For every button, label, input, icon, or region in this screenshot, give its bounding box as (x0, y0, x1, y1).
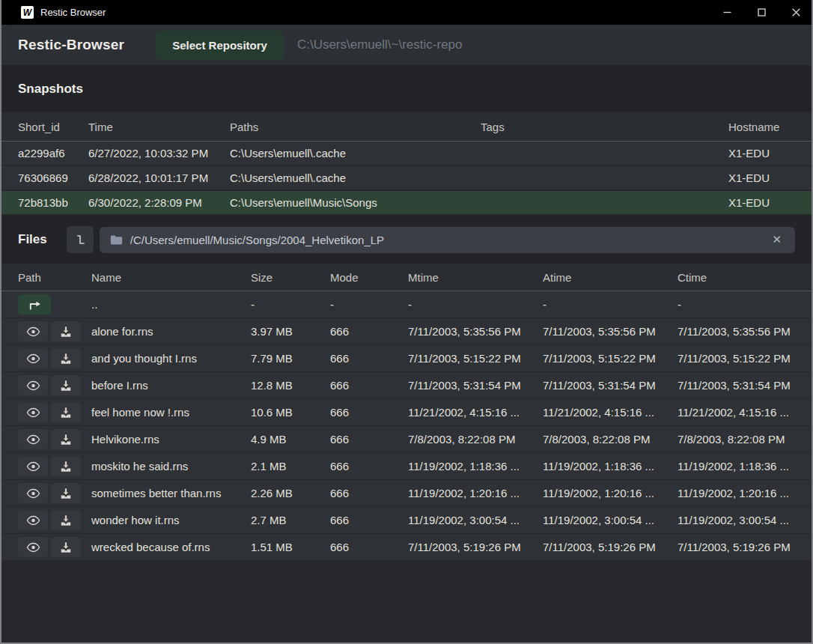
maximize-icon (758, 8, 766, 16)
download-file-button[interactable] (51, 537, 81, 557)
snapshot-hostname: X1-EDU (728, 147, 794, 160)
snapshot-hostname: X1-EDU (728, 196, 794, 209)
col-name: Name (91, 271, 251, 284)
col-mtime: Mtime (408, 271, 543, 284)
file-name: feel home now !.rns (91, 406, 251, 419)
file-row: alone for.rns3.97 MB6667/11/2003, 5:35:5… (1, 318, 812, 345)
file-atime: 7/11/2003, 5:35:56 PM (543, 325, 678, 338)
snapshots-title: Snapshots (18, 82, 83, 97)
download-file-button[interactable] (51, 456, 81, 476)
window-controls (710, 0, 813, 25)
file-row-actions (18, 375, 91, 395)
file-mtime: - (408, 298, 543, 311)
breadcrumb-close-button[interactable]: ✕ (769, 231, 785, 248)
file-size: 1.51 MB (251, 541, 330, 553)
folder-icon (110, 234, 123, 246)
file-mode: 666 (330, 406, 408, 419)
col-mode: Mode (330, 271, 408, 284)
download-file-button[interactable] (51, 402, 81, 422)
file-row: and you thought I.rns7.79 MB6667/11/2003… (1, 345, 812, 372)
file-mtime: 11/19/2002, 3:00:54 ... (408, 514, 543, 526)
snapshot-time: 6/28/2022, 10:01:17 PM (88, 171, 230, 184)
file-mode: 666 (330, 460, 408, 473)
file-mode: - (330, 298, 408, 311)
view-file-button[interactable] (18, 348, 48, 368)
snapshot-time: 6/30/2022, 2:28:09 PM (88, 196, 230, 209)
file-size: 4.9 MB (251, 433, 330, 446)
app-window: W Restic Browser Restic-Browser Select R… (0, 0, 813, 644)
eye-icon (26, 488, 40, 499)
file-atime: 7/11/2003, 5:19:26 PM (543, 541, 678, 553)
view-file-button[interactable] (18, 456, 48, 476)
file-name: wrecked because of.rns (91, 541, 251, 553)
download-icon (60, 407, 72, 419)
app-header: Restic-Browser Select Repository C:\User… (1, 25, 812, 65)
file-mtime: 7/8/2003, 8:22:08 PM (408, 433, 543, 446)
close-icon (792, 8, 800, 16)
download-file-button[interactable] (51, 348, 81, 368)
download-file-button[interactable] (51, 375, 81, 395)
tree-view-icon (73, 233, 87, 246)
file-ctime: 11/19/2002, 3:00:54 ... (678, 514, 794, 526)
snapshots-band: Snapshots (1, 65, 812, 112)
download-icon (60, 326, 72, 338)
file-ctime: 7/11/2003, 5:15:22 PM (678, 352, 794, 365)
titlebar: W Restic Browser (0, 0, 813, 25)
snapshot-row[interactable]: a2299af66/27/2022, 10:03:32 PMC:\Users\e… (1, 142, 812, 166)
file-size: 10.6 MB (251, 406, 330, 419)
view-file-button[interactable] (18, 402, 48, 422)
file-row-actions (18, 429, 91, 449)
eye-icon (26, 380, 40, 391)
download-icon (60, 487, 72, 499)
file-row-actions (18, 402, 91, 422)
download-icon (60, 461, 72, 473)
file-mode: 666 (330, 487, 408, 499)
file-atime: 11/21/2002, 4:15:16 ... (543, 406, 678, 419)
view-file-button[interactable] (18, 537, 48, 557)
select-repository-button[interactable]: Select Repository (156, 31, 284, 60)
file-row: Helvikone.rns4.9 MB6667/8/2003, 8:22:08 … (1, 426, 812, 453)
view-file-button[interactable] (18, 375, 48, 395)
file-size: 2.7 MB (251, 514, 330, 526)
file-atime: 11/19/2002, 3:00:54 ... (543, 514, 678, 526)
download-file-button[interactable] (51, 510, 81, 530)
col-ctime: Ctime (678, 271, 794, 284)
app-title: Restic-Browser (18, 37, 124, 53)
snapshot-row[interactable]: 72b813bb6/30/2022, 2:28:09 PMC:\Users\em… (1, 191, 812, 216)
file-mtime: 11/19/2002, 1:18:36 ... (408, 460, 543, 473)
go-up-directory-button[interactable] (18, 294, 51, 315)
repository-path: C:\Users\emuell\~\restic-repo (297, 37, 463, 52)
close-button[interactable] (779, 0, 813, 25)
file-row-actions (18, 294, 91, 315)
file-atime: 11/19/2002, 1:20:16 ... (543, 487, 678, 499)
col-path: Path (18, 271, 91, 284)
file-size: 2.1 MB (251, 460, 330, 473)
file-row-actions (18, 537, 91, 557)
file-ctime: 7/11/2003, 5:31:54 PM (678, 379, 794, 392)
view-file-button[interactable] (18, 321, 48, 341)
tree-view-toggle-button[interactable] (67, 226, 94, 253)
download-file-button[interactable] (51, 429, 81, 449)
file-atime: - (543, 298, 678, 311)
file-row-actions (18, 321, 91, 341)
view-file-button[interactable] (18, 429, 48, 449)
download-file-button[interactable] (51, 483, 81, 503)
snapshot-row[interactable]: 763068696/28/2022, 10:01:17 PMC:\Users\e… (1, 166, 812, 191)
file-size: 2.26 MB (251, 487, 330, 499)
maximize-button[interactable] (744, 0, 779, 25)
file-mode: 666 (330, 433, 408, 446)
file-row-actions (18, 510, 91, 530)
download-file-button[interactable] (51, 321, 81, 341)
file-name: alone for.rns (91, 325, 251, 338)
view-file-button[interactable] (18, 510, 48, 530)
snapshots-table-body: a2299af66/27/2022, 10:03:32 PMC:\Users\e… (1, 142, 812, 216)
snapshot-short-id: 76306869 (18, 171, 88, 184)
up-directory-icon (26, 298, 43, 311)
snapshot-hostname: X1-EDU (728, 171, 794, 184)
file-mtime: 7/11/2003, 5:31:54 PM (408, 379, 543, 392)
minimize-button[interactable] (710, 0, 744, 25)
snapshot-paths: C:\Users\emuell\.cache (230, 171, 481, 184)
file-mode: 666 (330, 325, 408, 338)
view-file-button[interactable] (18, 483, 48, 503)
file-atime: 7/11/2003, 5:15:22 PM (543, 352, 678, 365)
